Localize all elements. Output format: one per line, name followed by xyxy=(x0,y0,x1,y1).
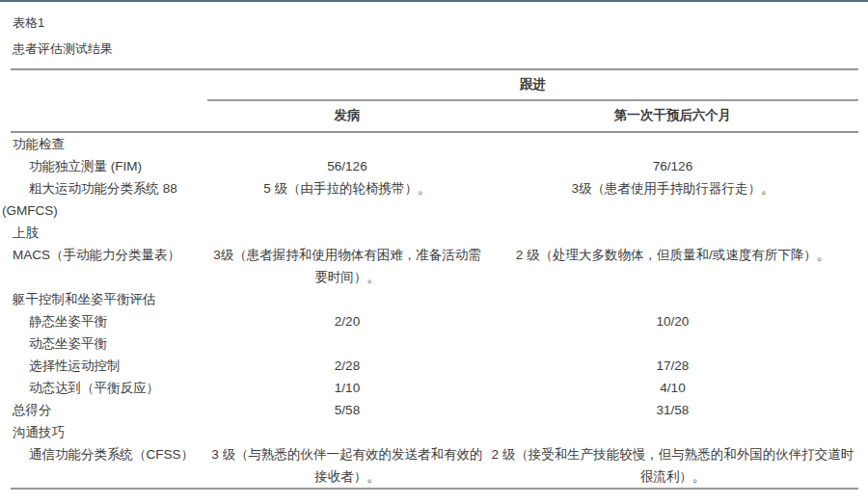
table-row: 选择性运动控制 2/28 17/28 xyxy=(2,355,858,377)
cell-six-months: 76/126 xyxy=(487,155,858,177)
header-label-spacer xyxy=(2,101,207,131)
table-row: 功能独立测量 (FIM) 56/126 76/126 xyxy=(2,155,858,177)
column-header-onset: 发病 xyxy=(207,101,487,131)
table-row: 上肢 xyxy=(2,222,858,244)
table-number: 表格1 xyxy=(2,2,858,36)
row-label: 沟通技巧 xyxy=(2,421,207,443)
column-header-row: 发病 第一次干预后六个月 xyxy=(2,101,858,131)
table-row: 通信功能分类系统（CFSS） 3 级（与熟悉的伙伴一起有效的发送者和有效的接收者… xyxy=(2,443,858,488)
table-row: 沟通技巧 xyxy=(2,421,858,443)
table-row: 总得分 5/58 31/58 xyxy=(2,399,858,421)
row-label: 躯干控制和坐姿平衡评估 xyxy=(2,288,207,310)
cell-onset: 2/20 xyxy=(207,310,487,332)
cell-six-months: 10/20 xyxy=(487,310,858,332)
row-label: 总得分 xyxy=(2,399,207,421)
table-row: 功能检查 xyxy=(2,133,858,155)
table-row: 躯干控制和坐姿平衡评估 xyxy=(2,288,858,310)
table-row: 动态达到（平衡反应） 1/10 4/10 xyxy=(2,377,858,399)
table-body: 功能检查 功能独立测量 (FIM) 56/126 76/126 粗大运动功能分类… xyxy=(2,133,858,488)
cell-onset: 3 级（与熟悉的伙伴一起有效的发送者和有效的接收者）。 xyxy=(207,443,487,488)
cell-six-months: 2 级（处理大多数物体，但质量和/或速度有所下降）。 xyxy=(487,244,858,266)
cell-onset: 5 级（由手拉的轮椅携带）。 xyxy=(207,177,487,199)
cell-onset: 56/126 xyxy=(207,155,487,177)
table-row: 粗大运动功能分类系统 88 (GMFCS) 5 级（由手拉的轮椅携带）。 3级（… xyxy=(2,177,858,222)
table-content: 表格1 患者评估测试结果 跟进 发病 第一次干预后六个月 功能检查 功能独立测量… xyxy=(2,2,858,490)
row-label: 动态坐姿平衡 xyxy=(2,332,207,355)
cell-onset: 5/58 xyxy=(207,399,487,421)
table-caption: 患者评估测试结果 xyxy=(2,36,858,63)
row-label: 静态坐姿平衡 xyxy=(2,310,207,332)
row-label: 功能检查 xyxy=(2,133,207,155)
table-row: 动态坐姿平衡 xyxy=(2,332,858,355)
rule-bottom xyxy=(11,488,858,490)
header-spacer xyxy=(2,70,207,101)
cell-onset: 1/10 xyxy=(207,377,487,399)
cell-six-months: 4/10 xyxy=(487,377,858,399)
row-label: 粗大运动功能分类系统 88 (GMFCS) xyxy=(2,177,207,222)
row-label: 上肢 xyxy=(2,222,207,244)
row-label: 通信功能分类系统（CFSS） xyxy=(2,443,207,465)
followup-span-header: 跟进 xyxy=(207,70,858,101)
header-group-row: 跟进 xyxy=(2,70,858,101)
row-label: 选择性运动控制 xyxy=(2,355,207,377)
cell-six-months: 2 级（接受和生产技能较慢，但与熟悉的和外国的伙伴打交道时很流利）。 xyxy=(487,443,858,488)
cell-onset: 2/28 xyxy=(207,355,487,377)
paper-table-page: 表格1 患者评估测试结果 跟进 发病 第一次干预后六个月 功能检查 功能独立测量… xyxy=(0,0,868,504)
cell-six-months: 17/28 xyxy=(487,355,858,377)
cell-six-months: 31/58 xyxy=(487,399,858,421)
row-label: MACS（手动能力分类量表） xyxy=(2,244,207,266)
table-row: MACS（手动能力分类量表） 3级（患者握持和使用物体有困难，准备活动需要时间）… xyxy=(2,244,858,288)
row-label: 动态达到（平衡反应） xyxy=(2,377,207,399)
table-row: 静态坐姿平衡 2/20 10/20 xyxy=(2,310,858,332)
cell-six-months: 3级（患者使用手持助行器行走）。 xyxy=(487,177,858,199)
row-label: 功能独立测量 (FIM) xyxy=(2,155,207,177)
column-header-six-months: 第一次干预后六个月 xyxy=(487,101,858,131)
cell-onset: 3级（患者握持和使用物体有困难，准备活动需要时间）。 xyxy=(207,244,487,288)
